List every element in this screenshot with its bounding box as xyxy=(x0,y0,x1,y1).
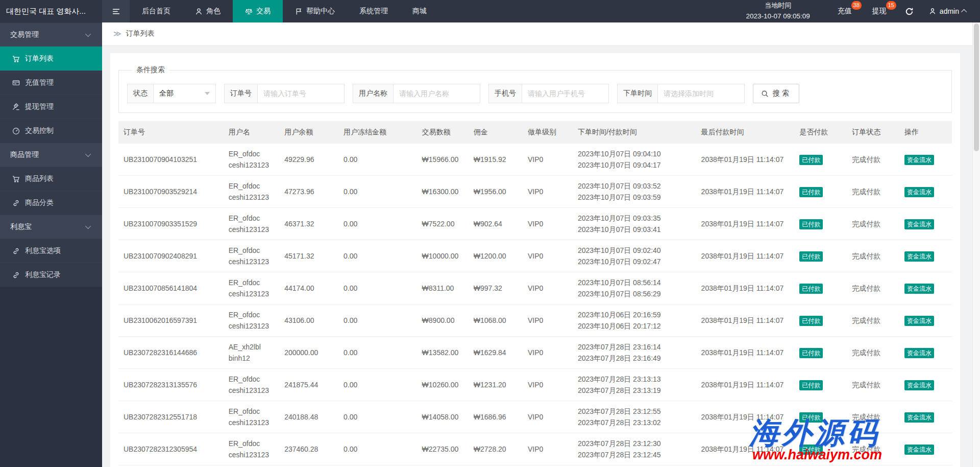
order-time: 2023年10月07日 09:04:10 xyxy=(578,148,691,159)
sidebar-item-利息宝选项[interactable]: 利息宝选项 xyxy=(0,239,102,263)
hamburger-menu-icon[interactable] xyxy=(102,0,130,22)
column-header: 是否付款 xyxy=(794,121,847,144)
last-pay-time-cell: 2038年01月19日 11:14:07 xyxy=(696,401,795,433)
sidebar-item-利息宝记录[interactable]: 利息宝记录 xyxy=(0,263,102,287)
username-line1: ER_ofdoc xyxy=(229,309,274,320)
pay-time: 2023年10月07日 09:04:17 xyxy=(578,159,691,171)
order-time: 2023年07月28日 23:12:30 xyxy=(578,438,691,449)
balance-cell: 241875.44 xyxy=(279,369,338,401)
table-row: UB2310070856141804ER_ofdocceshi123123441… xyxy=(118,272,952,305)
cart-icon xyxy=(12,55,20,63)
status-select-value: 全部 xyxy=(159,89,174,98)
level-cell: VIP0 xyxy=(523,305,573,337)
fund-flow-button[interactable]: 资金流水 xyxy=(904,412,934,423)
scrollbar-thumb[interactable] xyxy=(974,24,979,151)
fund-flow-button[interactable]: 资金流水 xyxy=(904,187,934,197)
fund-flow-button[interactable]: 资金流水 xyxy=(904,219,934,229)
fund-flow-button[interactable]: 资金流水 xyxy=(904,155,934,165)
refresh-icon[interactable] xyxy=(897,7,922,16)
nav-item-商城[interactable]: 商城 xyxy=(400,0,439,22)
frozen-cell: 0.00 xyxy=(338,369,417,401)
scales-icon xyxy=(245,8,253,15)
sidebar-item-商品列表[interactable]: 商品列表 xyxy=(0,167,102,191)
nav-item-交易[interactable]: 交易 xyxy=(233,0,283,22)
commission-cell: ₩1068.00 xyxy=(469,305,523,337)
action-cell: 资金流水 xyxy=(899,144,952,176)
order-no-cell: UB2307282313135576 xyxy=(118,369,224,401)
sidebar-group-商品管理[interactable]: 商品管理 xyxy=(0,143,102,167)
withdraw-link[interactable]: 提现 15 xyxy=(862,0,897,22)
last-pay-time-cell: 2038年01月19日 11:14:07 xyxy=(696,176,795,208)
username-line2: ceshi123123 xyxy=(229,256,274,267)
nav-item-后台首页[interactable]: 后台首页 xyxy=(130,0,183,22)
withdraw-label: 提现 xyxy=(872,7,887,16)
amount-cell: ₩22735.00 xyxy=(417,433,469,465)
sidebar-group-交易管理[interactable]: 交易管理 xyxy=(0,22,102,46)
orders-table-header-row: 订单号用户名用户余额用户冻结金额交易数额佣金做单级别下单时间/付款时间最后付款时… xyxy=(118,121,952,144)
level-cell: VIP0 xyxy=(523,369,573,401)
username-input[interactable] xyxy=(394,84,480,103)
order-time: 2023年10月07日 09:03:52 xyxy=(578,180,691,192)
sidebar-item-充值管理[interactable]: 充值管理 xyxy=(0,71,102,95)
order-pay-time-cell: 2023年07月28日 23:12:302023年07月28日 23:12:45 xyxy=(573,433,696,465)
balance-cell: 47273.96 xyxy=(279,176,338,208)
nav-item-帮助中心[interactable]: 帮助中心 xyxy=(283,0,347,22)
username-line1: ER_ofdoc xyxy=(229,438,274,449)
local-time-label: 当地时间 xyxy=(746,1,810,11)
pay-time: 2023年07月28日 23:16:49 xyxy=(578,353,691,364)
fund-flow-button[interactable]: 资金流水 xyxy=(904,380,934,390)
sidebar-item-label: 交易控制 xyxy=(25,126,54,135)
fund-flow-button[interactable]: 资金流水 xyxy=(904,316,934,326)
sidebar-item-提现管理[interactable]: 提现管理 xyxy=(0,95,102,119)
breadcrumb-label: 订单列表 xyxy=(126,29,155,38)
frozen-cell: 0.00 xyxy=(338,337,417,369)
column-header: 做单级别 xyxy=(523,121,573,144)
recharge-link[interactable]: 充值 38 xyxy=(827,0,862,22)
frozen-cell: 0.00 xyxy=(338,240,417,272)
search-button-label: 搜索 xyxy=(773,89,791,98)
order-status-cell: 完成付款 xyxy=(847,240,899,272)
paid-badge: 已付款 xyxy=(799,187,823,197)
page-scrollbar[interactable] xyxy=(972,22,980,467)
phone-label: 手机号 xyxy=(488,84,522,103)
frozen-cell: 0.00 xyxy=(338,305,417,337)
paid-status-cell: 已付款 xyxy=(794,272,847,305)
fund-flow-button[interactable]: 资金流水 xyxy=(904,251,934,262)
username-cell: ER_ofdocceshi123123 xyxy=(224,144,279,176)
username-cell: ER_ofdocceshi123123 xyxy=(224,433,279,465)
order-no-cell: UB2310062016597391 xyxy=(118,305,224,337)
frozen-cell: 0.00 xyxy=(338,465,417,467)
nav-item-系统管理[interactable]: 系统管理 xyxy=(347,0,400,22)
nav-item-角色[interactable]: 角色 xyxy=(183,0,233,22)
fund-flow-button[interactable]: 资金流水 xyxy=(904,445,934,455)
sidebar-item-订单列表[interactable]: 订单列表 xyxy=(0,46,102,71)
order-time-input[interactable] xyxy=(658,84,745,103)
level-cell: VIP0 xyxy=(523,176,573,208)
last-pay-time-cell: 2038年01月19日 11:14:07 xyxy=(696,240,795,272)
order-no-input[interactable] xyxy=(258,84,345,103)
sidebar-group-利息宝[interactable]: 利息宝 xyxy=(0,215,102,239)
status-select[interactable]: 全部 xyxy=(154,84,216,103)
paid-status-cell: 已付款 xyxy=(794,176,847,208)
order-pay-time-cell: 2023年07月28日 23:16:142023年07月28日 23:16:49 xyxy=(573,337,696,369)
action-cell: 资金流水 xyxy=(899,369,952,401)
recharge-label: 充值 xyxy=(838,7,852,16)
sidebar-group-label: 交易管理 xyxy=(10,30,39,39)
balance-cell: 237460.28 xyxy=(279,433,338,465)
action-cell: 资金流水 xyxy=(899,337,952,369)
sidebar-item-商品分类[interactable]: 商品分类 xyxy=(0,191,102,215)
sidebar-item-label: 提现管理 xyxy=(25,102,54,111)
commission-cell: ₩1686.96 xyxy=(469,401,523,433)
username-filter: 用户名称 xyxy=(353,84,480,103)
username-line2: ceshi123123 xyxy=(229,449,274,460)
fund-flow-button[interactable]: 资金流水 xyxy=(904,284,934,294)
commission-cell: ₩1915.92 xyxy=(469,144,523,176)
search-button[interactable]: 搜索 xyxy=(753,84,799,103)
user-menu[interactable]: admin xyxy=(922,7,980,15)
phone-input[interactable] xyxy=(522,84,609,103)
username-cell: ER_ofdocceshi123123 xyxy=(224,305,279,337)
sidebar-item-交易控制[interactable]: 交易控制 xyxy=(0,119,102,143)
local-time: 当地时间 2023-10-07 09:05:09 xyxy=(746,1,810,21)
fund-flow-button[interactable]: 资金流水 xyxy=(904,348,934,358)
username-line2: ceshi123123 xyxy=(229,385,274,396)
